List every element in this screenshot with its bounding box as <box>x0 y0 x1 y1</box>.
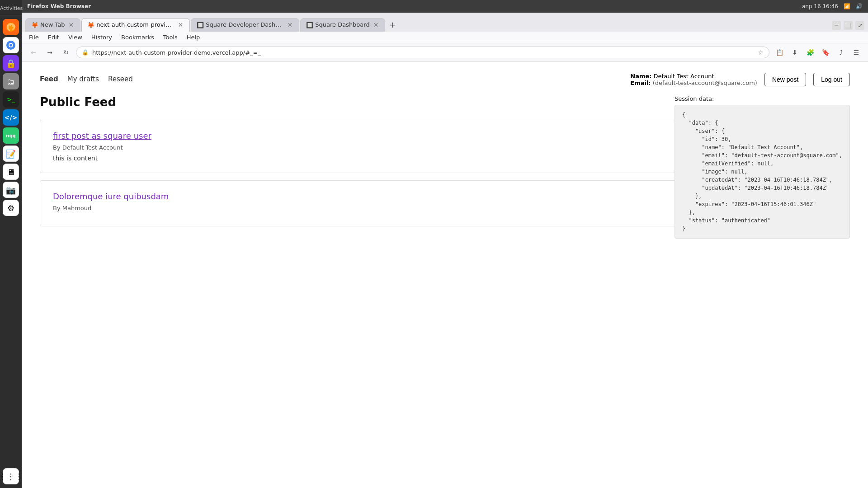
user-email-value: (default-test-account@square.com) <box>653 80 757 86</box>
wifi-icon: 📶 <box>844 3 850 9</box>
session-box: { "data": { "user": { "id": 30, "name": … <box>675 105 850 239</box>
os-app-name: Firefox Web Browser <box>27 3 91 9</box>
session-label: Session data: <box>675 95 850 102</box>
svg-point-3 <box>9 44 12 47</box>
tab-new-tab[interactable]: 🦊 New Tab ✕ <box>25 18 80 32</box>
nav-bar: ← → ↻ 🔒 https://next-auth-custom-provide… <box>22 43 868 62</box>
files-taskbar-icon[interactable]: 🗂 <box>3 73 19 89</box>
tab-square-dash[interactable]: 🔲 Square Dashboard ✕ <box>300 18 385 32</box>
menu-bar: File Edit View History Bookmarks Tools H… <box>22 32 868 43</box>
tab-close-square-dev[interactable]: ✕ <box>287 22 294 28</box>
chrome-taskbar-icon[interactable] <box>3 37 19 53</box>
tab-close-next-auth[interactable]: ✕ <box>177 22 184 28</box>
user-name-row: Name: Default Test Account <box>630 73 757 80</box>
menu-file[interactable]: File <box>25 33 42 42</box>
user-name-value: Default Test Account <box>654 73 714 80</box>
os-sidebar: Activities 🔒 🗂 >_ </> nqq 📝 🖥 📷 ⚙️ ⋮⋮ <box>0 0 22 488</box>
post-link-2[interactable]: Doloremque iure quibusdam <box>53 192 169 201</box>
tab-favicon-square-dash: 🔲 <box>306 22 312 28</box>
reload-button[interactable]: ↻ <box>60 46 72 59</box>
vscode-taskbar-icon[interactable]: </> <box>3 109 19 126</box>
tab-title-square-dash: Square Dashboard <box>315 21 369 28</box>
tab-next-auth[interactable]: 🦊 next-auth-custom-provider-... ✕ <box>81 18 190 32</box>
content-area: Session data: { "data": { "user": { "id"… <box>40 95 850 249</box>
log-out-button[interactable]: Log out <box>813 73 850 86</box>
back-button[interactable]: ← <box>27 46 40 59</box>
session-panel: Session data: { "data": { "user": { "id"… <box>675 95 850 239</box>
address-bar[interactable]: 🔒 https://next-auth-custom-provider-demo… <box>76 47 769 58</box>
forward-button[interactable]: → <box>43 46 56 59</box>
webcam-taskbar-icon[interactable]: 📷 <box>3 182 19 198</box>
sync-icon[interactable]: 🔖 <box>819 46 832 59</box>
tab-bar: 🦊 New Tab ✕ 🦊 next-auth-custom-provider-… <box>22 13 868 32</box>
app-nav-right: Name: Default Test Account Email: (defau… <box>630 73 850 86</box>
menu-tools[interactable]: Tools <box>160 33 181 42</box>
tab-favicon-new-tab: 🦊 <box>31 22 38 28</box>
window-minimize[interactable]: ─ <box>832 21 841 30</box>
tab-close-new-tab[interactable]: ✕ <box>68 22 75 28</box>
firefox-taskbar-icon[interactable] <box>3 19 19 35</box>
menu-hamburger-icon[interactable]: ☰ <box>850 46 863 59</box>
nav-actions: 📋 ⬇ 🧩 🔖 ⤴ ☰ <box>773 46 863 59</box>
svg-point-2 <box>9 43 13 47</box>
post-link-1[interactable]: first post as square user <box>53 131 151 141</box>
menu-edit[interactable]: Edit <box>44 33 63 42</box>
user-email-label: Email: <box>630 80 651 86</box>
os-time: anp 16 16:46 <box>802 3 838 9</box>
nav-reseed[interactable]: Reseed <box>108 75 133 84</box>
nqq-taskbar-icon[interactable]: nqq <box>3 127 19 144</box>
nav-feed[interactable]: Feed <box>40 75 58 84</box>
tab-title-square-dev: Square Developer Dashb... <box>206 21 283 28</box>
share-icon[interactable]: ⤴ <box>835 46 847 59</box>
svg-point-1 <box>6 41 15 50</box>
activities-label[interactable]: Activities <box>0 4 22 15</box>
terminal-taskbar-icon[interactable]: >_ <box>3 91 19 108</box>
bookmark-star-icon[interactable]: ☆ <box>758 49 764 56</box>
svg-point-0 <box>6 23 15 32</box>
os-top-bar: Firefox Web Browser anp 16 16:46 📶 🔊 <box>22 0 868 13</box>
new-post-button[interactable]: New post <box>764 73 806 86</box>
settings-taskbar-icon[interactable]: ⚙️ <box>3 200 19 216</box>
appgrid-taskbar-icon[interactable]: ⋮⋮⋮ <box>3 468 19 484</box>
window-restore[interactable]: ⬜ <box>844 21 853 30</box>
display-taskbar-icon[interactable]: 🖥 <box>3 164 19 180</box>
tab-favicon-square-dev: 🔲 <box>197 22 203 28</box>
nav-my-drafts[interactable]: My drafts <box>67 75 99 84</box>
pocket-icon[interactable]: 📋 <box>773 46 786 59</box>
app-nav-left: Feed My drafts Reseed <box>40 75 133 84</box>
menu-history[interactable]: History <box>88 33 116 42</box>
texteditor-taskbar-icon[interactable]: 📝 <box>3 145 19 162</box>
extensions-icon[interactable]: 🧩 <box>804 46 816 59</box>
os-top-bar-left: Firefox Web Browser <box>27 3 91 9</box>
browser-window: 🦊 New Tab ✕ 🦊 next-auth-custom-provider-… <box>22 13 868 488</box>
vpn-taskbar-icon[interactable]: 🔒 <box>3 55 19 71</box>
tab-close-square-dash[interactable]: ✕ <box>373 22 380 28</box>
tab-title-new-tab: New Tab <box>40 21 65 28</box>
app-nav: Feed My drafts Reseed Name: Default Test… <box>40 73 850 86</box>
user-email-row: Email: (default-test-account@square.com) <box>630 80 757 86</box>
menu-view[interactable]: View <box>65 33 86 42</box>
menu-bookmarks[interactable]: Bookmarks <box>118 33 158 42</box>
download-icon[interactable]: ⬇ <box>788 46 801 59</box>
window-expand[interactable]: ⤢ <box>855 21 864 30</box>
lock-icon: 🔒 <box>82 49 89 56</box>
menu-help[interactable]: Help <box>183 33 204 42</box>
user-info: Name: Default Test Account Email: (defau… <box>630 73 757 86</box>
tab-square-dev[interactable]: 🔲 Square Developer Dashb... ✕ <box>191 18 299 32</box>
address-text: https://next-auth-custom-provider-demo.v… <box>92 49 754 56</box>
new-tab-button[interactable]: + <box>386 18 399 31</box>
tab-favicon-next-auth: 🦊 <box>87 22 94 28</box>
volume-icon: 🔊 <box>856 3 863 9</box>
tab-title-next-auth: next-auth-custom-provider-... <box>96 21 174 28</box>
os-top-bar-right: anp 16 16:46 📶 🔊 <box>802 3 863 9</box>
page-content: Feed My drafts Reseed Name: Default Test… <box>22 62 868 488</box>
user-name-label: Name: <box>630 73 651 80</box>
